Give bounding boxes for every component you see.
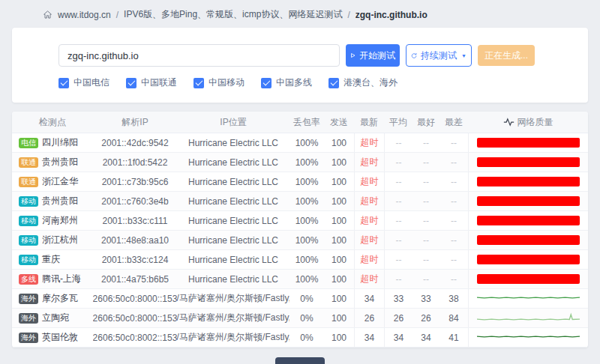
table-row: 海外立陶宛2606:50c0:8000::153美国/马萨诸塞州/奥尔斯顿/Fa… — [12, 309, 588, 328]
latest-cell: 超时 — [354, 250, 384, 269]
start-test-button[interactable]: 开始测试 — [346, 44, 400, 67]
node-name: 立陶宛 — [42, 312, 69, 324]
breadcrumb-target: zgq-inc.github.io — [356, 10, 428, 20]
column-header: 解析IP — [93, 116, 177, 129]
ip-cell: 2001::b33c:c111 — [93, 211, 177, 230]
play-icon — [350, 52, 356, 59]
worst-cell: 38 — [440, 289, 468, 308]
sent-cell: 100 — [324, 231, 354, 249]
isp-checkbox-label: 港澳台、海外 — [344, 76, 398, 89]
quality-sparkline — [477, 332, 580, 344]
map-toggle[interactable] — [275, 357, 325, 364]
worst-cell: -- — [440, 133, 468, 152]
loss-cell: 100% — [290, 231, 324, 249]
best-cell: -- — [412, 270, 440, 288]
avg-cell: 34 — [384, 328, 412, 347]
breadcrumb-site[interactable]: www.itdog.cn — [58, 10, 111, 20]
loss-cell: 0% — [290, 328, 324, 347]
sent-cell: 100 — [324, 192, 354, 210]
latest-cell: 超时 — [354, 133, 384, 152]
quality-cell — [468, 289, 588, 308]
location-cell: 美国/马萨诸塞州/奥尔斯顿/Fastly, Inc. — [177, 309, 290, 327]
latest-cell: 超时 — [354, 231, 384, 249]
column-header: 最差 — [440, 116, 468, 129]
test-input-row: 开始测试 持续测试 ▼ 正在生成... — [58, 44, 544, 67]
generating-button[interactable]: 正在生成... — [478, 45, 535, 66]
table-row: 多线腾讯-上海2001::4a75:b6b5Hurricane Electric… — [12, 270, 588, 289]
node-name: 英国伦敦 — [42, 331, 78, 344]
quality-cell — [468, 250, 588, 269]
latest-cell: 34 — [354, 328, 384, 347]
worst-cell: -- — [440, 153, 468, 172]
isp-checkbox[interactable]: 中国电信 — [58, 76, 110, 89]
breadcrumb-separator: / — [116, 10, 118, 20]
refresh-icon — [411, 52, 417, 60]
breadcrumb-separator: / — [347, 10, 350, 20]
sent-cell: 100 — [324, 133, 354, 152]
latest-cell: 34 — [354, 289, 384, 308]
ip-cell: 2001::b33c:c124 — [93, 250, 177, 269]
table-row: 移动河南郑州2001::b33c:c111Hurricane Electric … — [12, 211, 588, 231]
generating-label: 正在生成... — [484, 49, 528, 62]
loss-cell: 100% — [290, 211, 324, 230]
worst-cell: -- — [440, 192, 468, 210]
quality-cell — [468, 270, 588, 288]
node-name: 贵州贵阳 — [42, 195, 78, 207]
chevron-down-icon: ▼ — [461, 53, 466, 58]
ip-cell: 2001::1f0d:5422 — [93, 153, 177, 172]
latest-cell: 超时 — [354, 211, 384, 230]
node-cell: 海外摩尔多瓦 — [12, 289, 93, 308]
column-header: 平均 — [384, 116, 412, 129]
isp-checkbox[interactable]: 港澳台、海外 — [328, 76, 398, 89]
best-cell: -- — [412, 250, 440, 269]
location-cell: Hurricane Electric LLC — [177, 211, 290, 230]
host-input[interactable] — [58, 44, 340, 67]
continuous-test-button[interactable]: 持续测试 ▼ — [406, 44, 472, 67]
table-header-row: 检测点解析IPIP位置丢包率发送最新平均最好最差网络质量 — [12, 112, 588, 133]
isp-checkbox-label: 中国多线 — [276, 76, 312, 89]
node-cell: 电信四川绵阳 — [12, 133, 93, 152]
checkbox-checked-icon — [194, 78, 204, 88]
column-header: 发送 — [324, 116, 354, 129]
quality-loss-bar — [477, 216, 580, 225]
node-cell: 移动河南郑州 — [12, 211, 93, 230]
best-cell: -- — [412, 211, 440, 230]
isp-filter-row: 中国电信中国联通中国移动中国多线港澳台、海外 — [58, 76, 544, 89]
node-cell: 移动贵州贵阳 — [12, 192, 93, 210]
node-name: 四川绵阳 — [42, 136, 78, 149]
column-header-label: 网络质量 — [518, 116, 554, 129]
best-cell: -- — [412, 133, 440, 152]
isp-checkbox[interactable]: 中国多线 — [261, 76, 312, 89]
breadcrumb-section: IPV6版、多地Ping、常规版、icmp协议、网络延迟测试 — [124, 8, 342, 21]
loss-cell: 0% — [290, 309, 324, 327]
quality-loss-bar — [477, 138, 580, 148]
node-name: 浙江杭州 — [42, 234, 78, 246]
isp-checkbox[interactable]: 中国联通 — [126, 76, 177, 89]
latest-cell: 超时 — [354, 192, 384, 210]
isp-checkbox[interactable]: 中国移动 — [194, 76, 244, 89]
carrier-badge: 海外 — [19, 313, 38, 324]
carrier-badge: 海外 — [19, 333, 38, 343]
best-cell: 26 — [412, 309, 440, 327]
loss-cell: 0% — [290, 289, 324, 308]
isp-checkbox-label: 中国联通 — [141, 76, 177, 89]
location-cell: Hurricane Electric LLC — [177, 153, 290, 172]
worst-cell: 84 — [440, 309, 468, 327]
latest-cell: 超时 — [354, 153, 384, 172]
ip-cell: 2001::c73b:95c6 — [93, 172, 177, 191]
node-name: 贵州贵阳 — [42, 156, 78, 169]
loss-cell: 100% — [290, 133, 324, 152]
latest-cell: 超时 — [354, 270, 384, 288]
continuous-test-label: 持续测试 — [421, 49, 457, 62]
quality-cell — [468, 192, 588, 210]
avg-cell: -- — [384, 192, 412, 210]
loss-cell: 100% — [290, 172, 324, 191]
location-cell: Hurricane Electric LLC — [177, 172, 290, 191]
node-cell: 移动浙江杭州 — [12, 231, 93, 249]
avg-cell: -- — [384, 231, 412, 249]
ip-cell: 2001::48e8:aa10 — [93, 231, 177, 249]
carrier-badge: 联通 — [19, 177, 38, 187]
table-row: 移动浙江杭州2001::48e8:aa10Hurricane Electric … — [12, 231, 588, 250]
table-row: 海外英国伦敦2606:50c0:8002::153美国/马萨诸塞州/奥尔斯顿/F… — [12, 328, 588, 348]
table-row: 电信四川绵阳2001::42dc:9542Hurricane Electric … — [12, 133, 588, 153]
